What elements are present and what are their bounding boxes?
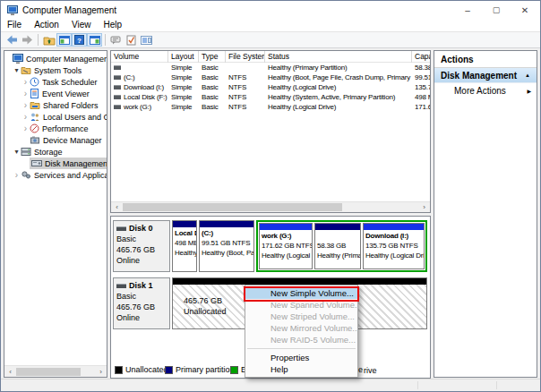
partition-download-i[interactable]: Download (I:) 135.75 GB NTFS Healthy (Lo… — [363, 223, 425, 269]
menu-item-properties[interactable]: Properties — [245, 352, 357, 363]
event-viewer-icon — [30, 89, 39, 98]
collapse-icon[interactable]: ▲ — [525, 72, 530, 78]
expanded-arrow-icon[interactable]: ▾ — [13, 146, 21, 158]
volume-list-panel: Volume Layout Type File System Status Ca… — [110, 50, 431, 213]
disk1-info-box[interactable]: Disk 1 Basic 465.76 GB Online — [113, 277, 170, 329]
column-capacity[interactable]: Capacity — [412, 51, 430, 63]
scroll-right-icon[interactable]: › — [418, 203, 430, 211]
forward-icon[interactable] — [20, 33, 35, 47]
scroll-left-icon[interactable]: ‹ — [111, 203, 123, 211]
disk-icon — [116, 226, 126, 231]
disk0-info-box[interactable]: Disk 0 Basic 465.76 GB Online — [113, 220, 170, 272]
scrollbar-thumb[interactable] — [123, 203, 342, 211]
volume-icon — [114, 65, 121, 70]
computer-management-window: Computer Management – ▢ ✕ File Action Vi… — [0, 0, 541, 392]
scrollbar-thumb[interactable] — [16, 368, 81, 376]
partition-c[interactable]: (C:) 99.51 GB NTFS Healthy (Boot, Page F… — [199, 220, 254, 272]
menu-help[interactable]: Help — [97, 19, 128, 31]
context-help-icon[interactable] — [108, 33, 124, 47]
collapsed-arrow-icon[interactable]: › — [21, 111, 30, 123]
column-layout[interactable]: Layout — [168, 51, 199, 63]
console-tree-panel: Computer Management (Local) ▾ System Too… — [4, 50, 107, 378]
toolbar: ? — [1, 31, 540, 48]
menu-view[interactable]: View — [65, 19, 98, 31]
expanded-arrow-icon[interactable]: ▾ — [13, 64, 21, 76]
tree-item-performance[interactable]: › Performance — [4, 123, 107, 134]
partition-color-bar — [364, 224, 424, 230]
disk0-row: Disk 0 Basic 465.76 GB Online Local Disk… — [113, 220, 427, 272]
table-row[interactable]: Simple Basic Healthy (Primary Partition)… — [111, 63, 430, 72]
column-file-system[interactable]: File System — [226, 51, 265, 63]
partition-local-disk-f[interactable]: Local Disk (F:) 498 MB Healthy (System, … — [172, 220, 197, 272]
menu-file[interactable]: File — [1, 19, 28, 31]
tree-item-device-manager[interactable]: Device Manager — [4, 134, 107, 146]
collapsed-arrow-icon[interactable]: › — [21, 99, 30, 111]
volume-icon — [114, 75, 121, 80]
close-button[interactable]: ✕ — [511, 1, 539, 19]
legend-swatch — [230, 366, 238, 374]
collapsed-arrow-icon[interactable]: › — [21, 76, 30, 88]
table-row[interactable]: Download (I:) Simple Basic NTFS Healthy … — [111, 82, 430, 92]
scroll-left-icon[interactable]: ‹ — [4, 368, 16, 376]
menu-item-help[interactable]: Help — [245, 363, 357, 375]
table-row[interactable]: work (G:) Simple Basic NTFS Healthy (Log… — [111, 102, 430, 112]
help-icon[interactable]: ? — [72, 33, 87, 47]
menu-item-new-spanned-volume: New Spanned Volume... — [245, 299, 357, 311]
partition-color-bar — [315, 224, 360, 230]
collapsed-arrow-icon[interactable]: › — [21, 88, 30, 99]
minimize-button[interactable]: – — [453, 1, 482, 19]
volume-icon — [114, 105, 121, 109]
actions-disk-management-section[interactable]: Disk Management ▲ — [434, 68, 537, 83]
show-console-tree-icon[interactable] — [56, 33, 72, 47]
partition-color-bar — [260, 224, 312, 230]
disk-management-icon — [31, 158, 42, 168]
menu-separator — [247, 348, 356, 349]
partition-work-g[interactable]: work (G:) 171.62 GB NTFS Healthy (Logica… — [259, 223, 313, 269]
menu-item-new-simple-volume[interactable]: New Simple Volume... — [245, 287, 357, 299]
menu-action[interactable]: Action — [28, 19, 65, 31]
scroll-right-icon[interactable]: › — [95, 368, 107, 376]
task-scheduler-icon — [30, 77, 39, 87]
tree-item-disk-management[interactable]: Disk Management — [4, 158, 107, 169]
tree-item-computer-management[interactable]: Computer Management (Local) — [4, 53, 107, 64]
tree-item-system-tools[interactable]: ▾ System Tools — [4, 64, 107, 76]
context-menu: New Simple Volume... New Spanned Volume.… — [245, 285, 358, 378]
back-icon[interactable] — [4, 33, 20, 47]
users-groups-icon — [30, 112, 40, 122]
menu-item-new-striped-volume: New Striped Volume... — [245, 311, 357, 322]
menu-item-new-raid5-volume: New RAID-5 Volume... — [245, 334, 357, 345]
show-action-pane-icon[interactable] — [87, 33, 102, 47]
table-row[interactable]: Local Disk (F:) Simple Basic NTFS Health… — [111, 92, 430, 102]
actions-pane: Actions Disk Management ▲ More Actions ▶ — [434, 50, 537, 378]
device-manager-icon — [30, 135, 40, 145]
table-row[interactable]: (C:) Simple Basic NTFS Healthy (Boot, Pa… — [111, 72, 430, 82]
checklist-icon[interactable] — [124, 33, 139, 47]
legend-unallocated: Unallocated — [115, 365, 168, 374]
column-type[interactable]: Type — [199, 51, 226, 63]
tree-horizontal-scrollbar[interactable]: ‹ › — [4, 365, 107, 377]
shared-folders-icon — [30, 100, 40, 110]
tree-item-local-users-and-groups[interactable]: › Local Users and Groups — [4, 111, 107, 123]
tree-item-event-viewer[interactable]: › Event Viewer — [4, 88, 107, 99]
column-volume[interactable]: Volume — [111, 51, 168, 63]
tree-item-services-and-applications[interactable]: › Services and Applications — [4, 169, 107, 181]
disk-icon — [116, 284, 126, 288]
collapsed-arrow-icon[interactable]: › — [21, 123, 30, 134]
toolbar-separator — [105, 34, 106, 46]
tree-item-task-scheduler[interactable]: › Task Scheduler — [4, 76, 107, 88]
volume-list-horizontal-scrollbar[interactable]: ‹ › — [111, 201, 430, 212]
properties-sheet-icon[interactable] — [139, 33, 154, 47]
tree-item-shared-folders[interactable]: › Shared Folders — [4, 99, 107, 111]
maximize-button[interactable]: ▢ — [482, 1, 511, 19]
collapsed-arrow-icon[interactable]: › — [13, 169, 21, 181]
up-one-level-icon[interactable] — [41, 33, 56, 47]
tree-item-storage[interactable]: ▾ Storage — [4, 146, 107, 158]
extended-partition-frame: work (G:) 171.62 GB NTFS Healthy (Logica… — [256, 220, 427, 272]
partition-unnamed-58gb[interactable]: 58.38 GB Healthy (Primary Partition) — [314, 223, 361, 269]
more-actions-item[interactable]: More Actions ▶ — [434, 83, 537, 98]
submenu-arrow-icon: ▶ — [527, 88, 531, 94]
column-status[interactable]: Status — [265, 51, 412, 63]
toolbar-separator — [38, 34, 39, 46]
partition-color-bar — [173, 221, 196, 227]
partition-color-bar — [200, 221, 253, 227]
